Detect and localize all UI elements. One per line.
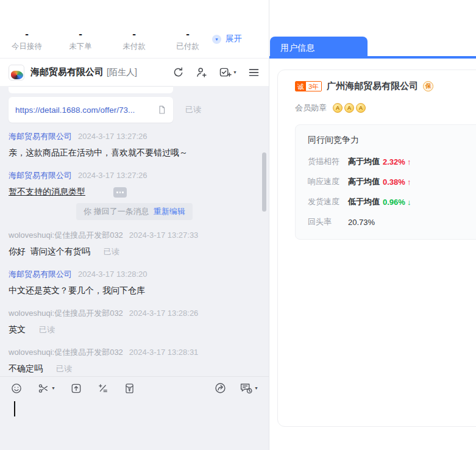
guarantee-badge-icon: 保	[423, 81, 433, 91]
years-badge: 3年	[306, 82, 321, 91]
add-contact-icon[interactable]	[195, 66, 208, 79]
recall-notice-row: 你 撤回了一条消息重新编辑	[9, 203, 260, 220]
message-body: 不确定吗已读	[9, 362, 260, 375]
price-adjust-icon[interactable]	[97, 382, 109, 395]
recall-notice: 你 撤回了一条消息重新编辑	[76, 203, 193, 220]
message-header: woloveshuqi:促佳搜品开发部0322024-3-17 13:28:31	[9, 347, 260, 358]
read-receipt: 已读	[39, 324, 55, 336]
message-header: 海邮贸易有限公司2024-3-17 13:27:26	[9, 170, 260, 181]
message-list: https://detail.1688.com/offer/73... 已读 海…	[0, 86, 269, 376]
read-receipt: 已读	[185, 104, 201, 115]
chevron-down-icon: ▼	[51, 386, 55, 390]
tab-user-info[interactable]: 用户信息	[270, 37, 368, 59]
stat-value: -	[54, 29, 107, 40]
stat-item[interactable]: -未下单	[54, 29, 107, 54]
product-link[interactable]: https://detail.1688.com/offer/73...	[15, 105, 157, 115]
metric-value: 0.38%	[383, 177, 405, 187]
chat-message: woloveshuqi:促佳搜品开发部0322024-3-17 13:28:31…	[9, 347, 260, 375]
sender-name: woloveshuqi:促佳搜品开发部032	[9, 348, 123, 357]
stat-value: -	[161, 29, 215, 40]
member-medal-icon: A	[333, 103, 343, 113]
chevron-down-icon: ▼	[233, 70, 237, 74]
re-edit-link[interactable]: 重新编辑	[154, 207, 185, 216]
read-receipt: 已读	[56, 363, 72, 375]
chat-column: -今日接待-未下单-未付款-已付款 ▼ 展开 海邮贸易有限公司 [陌生人]	[0, 0, 269, 450]
member-medal-icon: A	[356, 103, 366, 113]
stat-label: 今日接待	[0, 41, 54, 52]
stat-item[interactable]: -今日接待	[0, 29, 54, 54]
sender-name[interactable]: 海邮贸易有限公司	[9, 270, 72, 279]
user-info-card: 诚 3年 广州海邮贸易有限公司 保 会员勋章 AAA 同行间竞争力 货描相符高于…	[277, 70, 476, 427]
stat-item[interactable]: -已付款	[161, 29, 215, 54]
competitiveness-row: 响应速度高于均值0.38%↑	[308, 176, 476, 187]
arrow-down-icon: ↓	[407, 198, 411, 207]
metric-desc: 低于均值	[348, 196, 380, 207]
red-packet-icon[interactable]	[124, 382, 135, 395]
metric-label: 响应速度	[308, 176, 348, 187]
info-panel: 用户信息 诚 3年 广州海邮贸易有限公司 保 会员勋章 AAA 同行间竞争力 货…	[269, 0, 476, 450]
message-header: 海邮贸易有限公司2024-3-17 13:27:26	[9, 131, 260, 142]
message-input[interactable]	[0, 399, 269, 450]
refresh-history-icon[interactable]	[172, 66, 185, 79]
stat-label: 未下单	[54, 41, 107, 52]
competitiveness-box: 同行间竞争力 货描相符高于均值2.32%↑响应速度高于均值0.38%↑发货速度低…	[295, 124, 476, 240]
cheng-badge-icon: 诚	[296, 82, 306, 91]
chat-message: woloveshuqi:促佳搜品开发部0322024-3-17 13:27:33…	[9, 230, 260, 258]
metric-label: 发货速度	[308, 196, 348, 207]
chat-message: 海邮贸易有限公司2024-3-17 13:27:26暂不支持的消息类型	[9, 170, 260, 198]
quick-reply-icon[interactable]: ▼	[239, 382, 258, 395]
chevron-down-icon: ▼	[254, 386, 258, 390]
metric-value: 20.73%	[348, 218, 375, 227]
sender-name[interactable]: 海邮贸易有限公司	[9, 132, 72, 141]
company-name[interactable]: 广州海邮贸易有限公司	[327, 80, 418, 92]
sender-name: woloveshuqi:促佳搜品开发部032	[9, 309, 123, 318]
metric-label: 货描相符	[308, 156, 348, 167]
chat-message: 海邮贸易有限公司2024-3-17 13:28:20中文还是英文？要几个，我问下…	[9, 269, 260, 297]
chat-message: 海邮贸易有限公司2024-3-17 13:27:26亲，这款商品正在活动中，喜欢…	[9, 131, 260, 159]
chat-contact-name: 海邮贸易有限公司	[30, 66, 104, 78]
expand-stats-button[interactable]: ▼ 展开	[212, 34, 242, 45]
transfer-icon[interactable]	[214, 382, 227, 395]
composer-toolbar: ▼	[0, 376, 269, 399]
stat-item[interactable]: -未付款	[107, 29, 161, 54]
medals-label: 会员勋章	[295, 102, 327, 113]
document-icon[interactable]	[157, 105, 166, 115]
competitiveness-title: 同行间竞争力	[308, 135, 476, 146]
medal-row: 会员勋章 AAA	[295, 102, 476, 113]
product-link-card[interactable]: https://detail.1688.com/offer/73...	[9, 97, 173, 123]
arrow-up-icon: ↑	[407, 157, 411, 166]
create-task-icon[interactable]: ▼	[218, 66, 237, 79]
member-medal-icon: A	[344, 103, 354, 113]
message-header: woloveshuqi:促佳搜品开发部0322024-3-17 13:27:33	[9, 230, 260, 241]
chat-header-icons: ▼	[172, 66, 260, 79]
sender-name[interactable]: 海邮贸易有限公司	[9, 171, 72, 180]
stat-value: -	[0, 29, 54, 40]
emoji-icon[interactable]	[10, 382, 23, 395]
menu-icon[interactable]	[247, 66, 260, 79]
metric-desc: 高于均值	[348, 176, 380, 187]
message-timestamp: 2024-3-17 13:28:26	[129, 309, 198, 318]
metric-desc: 高于均值	[348, 156, 380, 167]
message-header: 海邮贸易有限公司2024-3-17 13:28:20	[9, 269, 260, 280]
upload-file-icon[interactable]	[70, 382, 82, 395]
stat-value: -	[107, 29, 161, 40]
more-actions-button[interactable]	[113, 187, 127, 198]
message-text: 中文还是英文？要几个，我问下仓库	[9, 284, 145, 297]
contact-avatar[interactable]	[9, 65, 24, 80]
clipped-product-card	[9, 86, 173, 93]
screenshot-scissors-icon[interactable]: ▼	[37, 382, 55, 395]
chat-message: woloveshuqi:促佳搜品开发部0322024-3-17 13:28:26…	[9, 308, 260, 336]
message-body: 你好 请问这个有货吗已读	[9, 245, 260, 258]
message-body: 亲，这款商品正在活动中，喜欢就不要错过哦～	[9, 146, 260, 159]
message-text: 暂不支持的消息类型	[9, 185, 85, 198]
message-body: 中文还是英文？要几个，我问下仓库	[9, 284, 260, 297]
chat-contact-tag: [陌生人]	[107, 67, 137, 78]
competitiveness-row: 货描相符高于均值2.32%↑	[308, 156, 476, 167]
metric-label: 回头率	[308, 216, 348, 227]
message-text: 英文	[9, 323, 26, 336]
chat-scrollbar-thumb[interactable]	[262, 152, 266, 212]
competitiveness-row: 回头率20.73%	[308, 216, 476, 227]
recall-text: 你 撤回了一条消息	[83, 207, 149, 216]
expand-label: 展开	[226, 34, 242, 45]
toolbar-left: ▼	[10, 382, 135, 395]
